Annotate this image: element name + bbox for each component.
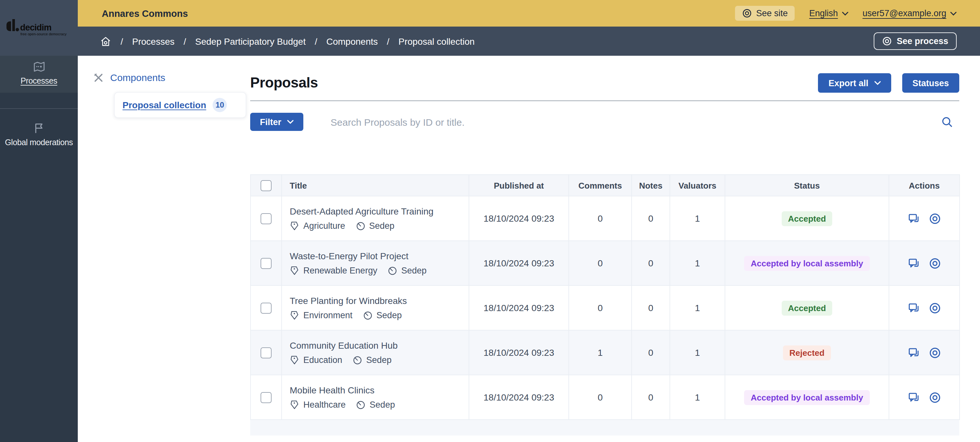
column-header-published-at: Published at bbox=[469, 175, 569, 196]
eye-icon bbox=[742, 8, 751, 18]
row-checkbox[interactable] bbox=[261, 392, 272, 403]
sidebar-item-label: Processes bbox=[21, 76, 57, 86]
preview-proposal-button[interactable] bbox=[929, 302, 941, 314]
topbar: Annares Commons See site English bbox=[78, 0, 980, 27]
eye-icon bbox=[929, 212, 941, 224]
table-footer-strip bbox=[250, 420, 959, 436]
see-process-button[interactable]: See process bbox=[874, 32, 957, 50]
eye-icon bbox=[883, 36, 892, 46]
home-icon[interactable] bbox=[100, 35, 111, 47]
svg-text:free open-source democracy: free open-source democracy bbox=[21, 32, 67, 36]
answer-icon bbox=[907, 212, 920, 224]
scope-label: Sedep bbox=[366, 355, 391, 365]
valuators-count: 1 bbox=[670, 375, 725, 420]
search-icon[interactable] bbox=[941, 116, 953, 128]
answer-proposal-button[interactable] bbox=[907, 347, 920, 359]
proposal-title-link[interactable]: Mobile Health Clinics bbox=[290, 385, 463, 395]
decidim-logo-mark: decidim free open-source democracy bbox=[5, 17, 73, 39]
filter-label: Filter bbox=[260, 117, 281, 127]
statuses-label: Statuses bbox=[912, 78, 949, 88]
language-selector[interactable]: English bbox=[809, 8, 848, 18]
answer-proposal-button[interactable] bbox=[907, 212, 920, 224]
eye-icon bbox=[929, 257, 941, 269]
preview-proposal-button[interactable] bbox=[929, 347, 941, 359]
breadcrumb-separator: / bbox=[121, 36, 123, 46]
preview-proposal-button[interactable] bbox=[929, 391, 941, 404]
column-header-title: Title bbox=[282, 175, 469, 196]
tag-icon bbox=[290, 310, 299, 320]
sidebar-nav: Processes Global moderations bbox=[0, 56, 78, 147]
user-menu[interactable]: user57@example.org bbox=[862, 8, 957, 18]
table-row: Community Education Hub Education Sedep bbox=[250, 330, 959, 375]
search-input[interactable] bbox=[329, 116, 936, 128]
sidebar-item-global-moderations[interactable]: Global moderations bbox=[0, 122, 78, 147]
export-all-label: Export all bbox=[828, 78, 868, 88]
components-panel-header[interactable]: Components bbox=[93, 72, 250, 83]
filter-row: Filter bbox=[250, 113, 959, 131]
published-at-cell: 18/10/2024 09:23 bbox=[469, 375, 569, 420]
category-label: Agriculture bbox=[303, 221, 345, 231]
table-row: Waste-to-Energy Pilot Project Renewable … bbox=[250, 241, 959, 286]
proposal-title-link[interactable]: Community Education Hub bbox=[290, 340, 463, 351]
tools-icon bbox=[93, 72, 104, 83]
tag-icon bbox=[290, 400, 299, 410]
sidebar-item-processes[interactable]: Processes bbox=[0, 56, 78, 93]
organization-name: Annares Commons bbox=[102, 8, 188, 19]
see-site-label: See site bbox=[756, 8, 788, 18]
category-label: Education bbox=[303, 355, 342, 365]
notes-count: 0 bbox=[632, 286, 670, 330]
table-header-row: Title Published at Comments Notes Valuat… bbox=[250, 175, 959, 196]
components-panel-title: Components bbox=[110, 72, 165, 83]
answer-proposal-button[interactable] bbox=[907, 391, 920, 404]
statuses-button[interactable]: Statuses bbox=[902, 73, 959, 93]
see-site-button[interactable]: See site bbox=[735, 6, 795, 21]
eye-icon bbox=[929, 347, 941, 359]
sidebar-item-label: Global moderations bbox=[5, 138, 73, 147]
scope-label: Sedep bbox=[377, 310, 402, 320]
export-all-button[interactable]: Export all bbox=[818, 73, 891, 93]
preview-proposal-button[interactable] bbox=[929, 212, 941, 224]
app-viewport: decidim free open-source democracy Proce bbox=[0, 0, 980, 442]
answer-proposal-button[interactable] bbox=[907, 302, 920, 314]
published-at-cell: 18/10/2024 09:23 bbox=[469, 330, 569, 375]
row-checkbox[interactable] bbox=[261, 303, 272, 314]
chevron-down-icon bbox=[842, 11, 848, 15]
row-checkbox[interactable] bbox=[261, 347, 272, 358]
proposal-title-link[interactable]: Waste-to-Energy Pilot Project bbox=[290, 251, 463, 261]
breadcrumb-link-process[interactable]: Sedep Participatory Budget bbox=[195, 36, 305, 46]
tag-icon bbox=[290, 221, 299, 231]
published-at-cell: 18/10/2024 09:23 bbox=[469, 286, 569, 330]
valuators-count: 1 bbox=[670, 286, 725, 330]
breadcrumb-link-components[interactable]: Components bbox=[326, 36, 378, 46]
notes-count: 0 bbox=[632, 196, 670, 241]
category-label: Renewable Energy bbox=[303, 266, 377, 275]
column-header-valuators: Valuators bbox=[670, 175, 725, 196]
select-all-checkbox[interactable] bbox=[261, 180, 272, 191]
answer-proposal-button[interactable] bbox=[907, 257, 920, 269]
filter-button[interactable]: Filter bbox=[250, 113, 303, 131]
row-checkbox[interactable] bbox=[261, 258, 272, 269]
answer-icon bbox=[907, 347, 920, 359]
status-badge: Accepted by local assembly bbox=[745, 256, 870, 270]
proposal-title-link[interactable]: Tree Planting for Windbreaks bbox=[290, 296, 463, 306]
svg-text:decidim: decidim bbox=[20, 23, 51, 32]
breadcrumb-link-proposal-collection[interactable]: Proposal collection bbox=[399, 36, 475, 46]
preview-proposal-button[interactable] bbox=[929, 257, 941, 269]
row-checkbox[interactable] bbox=[261, 213, 272, 224]
comments-count: 0 bbox=[569, 286, 632, 330]
notes-count: 0 bbox=[632, 241, 670, 286]
chevron-down-icon bbox=[950, 11, 957, 15]
component-item-proposal-collection[interactable]: Proposal collection 10 bbox=[114, 92, 246, 118]
proposals-table: Title Published at Comments Notes Valuat… bbox=[250, 174, 960, 420]
status-badge: Rejected bbox=[783, 345, 831, 360]
status-badge: Accepted by local assembly bbox=[745, 390, 870, 405]
breadcrumb-link-processes[interactable]: Processes bbox=[132, 36, 175, 46]
proposal-title-link[interactable]: Desert-Adapted Agriculture Training bbox=[290, 206, 463, 216]
column-header-comments: Comments bbox=[569, 175, 632, 196]
answer-icon bbox=[907, 302, 920, 314]
column-header-actions: Actions bbox=[889, 175, 959, 196]
sidebar-divider bbox=[0, 108, 78, 109]
decidim-logo[interactable]: decidim free open-source democracy bbox=[0, 0, 78, 56]
category-label: Environment bbox=[303, 310, 353, 320]
component-item-label[interactable]: Proposal collection bbox=[123, 100, 206, 110]
